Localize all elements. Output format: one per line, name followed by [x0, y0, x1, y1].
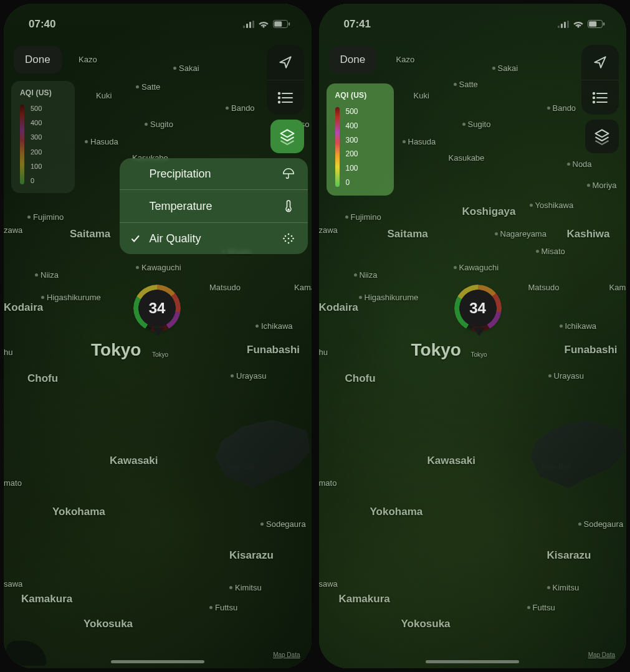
- city-kodaira: Kodaira: [4, 301, 43, 314]
- svg-point-24: [593, 97, 594, 98]
- list-icon: [277, 92, 294, 104]
- city-kawasaki: Kawasaki: [427, 455, 476, 467]
- city-bando: Bando: [553, 103, 576, 113]
- city-kamakura: Kamakura: [339, 593, 390, 605]
- city-funabashi: Funabashi: [247, 344, 300, 356]
- particles-icon: [280, 232, 297, 245]
- svg-point-9: [287, 209, 290, 211]
- legend-tick: 500: [31, 105, 42, 112]
- legend-tick: 500: [346, 107, 358, 116]
- umbrella-icon: [280, 167, 297, 181]
- menu-item-precipitation[interactable]: Precipitation: [120, 158, 308, 189]
- map-data-link[interactable]: Map Data: [273, 651, 300, 658]
- layers-button[interactable]: [270, 120, 304, 153]
- city-satte: Satte: [459, 80, 478, 89]
- wifi-icon: [258, 20, 269, 29]
- city-hasuda: Hasuda: [408, 137, 436, 146]
- city-fujimino: Fujimino: [351, 212, 381, 222]
- map-controls: [581, 45, 619, 115]
- city-kashiwa: Kashiwa: [567, 228, 610, 240]
- city-kisarazu: Kisarazu: [547, 549, 591, 562]
- svg-point-22: [593, 92, 594, 93]
- label-mato: mato: [319, 478, 337, 488]
- legend-tick: 400: [31, 119, 42, 126]
- status-icons: [243, 20, 290, 29]
- city-yokohama: Yokohama: [370, 506, 423, 518]
- layers-button[interactable]: [585, 120, 619, 153]
- city-sugito: Sugito: [150, 120, 173, 129]
- list-button[interactable]: [581, 80, 619, 115]
- city-niiza: Niiza: [41, 270, 59, 280]
- legend-title: AQI (US): [20, 88, 65, 97]
- locate-button[interactable]: [581, 45, 619, 80]
- city-misato: Misato: [542, 247, 565, 256]
- aqi-value: 34: [149, 300, 166, 317]
- list-button[interactable]: [267, 80, 304, 115]
- city-saitama: Saitama: [388, 228, 428, 240]
- svg-point-7: [278, 101, 279, 102]
- map-controls: [267, 45, 304, 115]
- city-sugito: Sugito: [468, 120, 491, 129]
- label-hu: hu: [319, 348, 328, 357]
- label-tokyo-small: Tokyo: [471, 351, 487, 358]
- battery-icon: [273, 20, 290, 29]
- home-indicator[interactable]: [111, 660, 204, 663]
- phone-screenshot-right: Tokyo Bay 07:41 Done AQI (US) 500 400: [319, 4, 627, 668]
- svg-point-13: [283, 238, 285, 240]
- city-kawaguchi: Kawaguchi: [459, 263, 499, 272]
- city-kodaira: Kodaira: [319, 301, 358, 314]
- status-time: 07:40: [29, 18, 55, 31]
- aqi-legend: AQI (US) 500 400 300 200 100 0: [327, 83, 394, 196]
- status-icons: [558, 20, 605, 29]
- city-chofu: Chofu: [27, 372, 58, 385]
- menu-item-air-quality[interactable]: Air Quality: [120, 222, 308, 254]
- aqi-pin[interactable]: 34: [457, 288, 501, 336]
- city-hasuda: Hasuda: [90, 137, 118, 146]
- legend-tick: 200: [31, 148, 42, 156]
- svg-point-18: [287, 242, 289, 244]
- city-tokyo: Tokyo: [91, 340, 141, 360]
- home-indicator[interactable]: [426, 660, 519, 663]
- aqi-value: 34: [469, 300, 486, 317]
- thermometer-icon: [280, 199, 297, 214]
- city-fujimino: Fujimino: [33, 212, 64, 222]
- status-bar: 07:41: [319, 15, 627, 34]
- legend-tick: 100: [346, 164, 358, 173]
- layers-icon: [593, 128, 611, 145]
- aqi-legend: AQI (US) 500 400 300 200 100 0: [11, 81, 75, 193]
- city-matsudo: Matsudo: [209, 283, 241, 292]
- layers-icon: [279, 128, 296, 145]
- city-kuki: Kuki: [414, 91, 429, 100]
- done-button[interactable]: Done: [14, 46, 62, 73]
- city-koshigaya: Koshigaya: [462, 206, 516, 218]
- city-urayasu: Urayasu: [236, 371, 266, 381]
- svg-point-14: [287, 238, 289, 240]
- label-zawa: zawa: [319, 225, 338, 235]
- svg-point-26: [593, 101, 594, 102]
- city-kawaguchi: Kawaguchi: [141, 263, 181, 272]
- cellular-icon: [558, 21, 569, 28]
- legend-ticks: 500 400 300 200 100 0: [346, 107, 358, 187]
- city-hkurume: Higashikurume: [365, 293, 419, 302]
- svg-point-15: [292, 238, 294, 240]
- city-ichikawa: Ichikawa: [565, 321, 597, 331]
- legend-gradient: [335, 107, 340, 187]
- city-futtsu: Futtsu: [215, 603, 237, 612]
- city-satte: Satte: [141, 82, 160, 92]
- city-sodegaura: Sodegaura: [584, 519, 624, 529]
- city-yokohama: Yokohama: [52, 506, 105, 518]
- done-button[interactable]: Done: [329, 46, 377, 73]
- menu-item-temperature[interactable]: Temperature: [120, 189, 308, 222]
- city-niiza: Niiza: [360, 270, 378, 280]
- aqi-pin[interactable]: 34: [136, 288, 180, 336]
- city-saitama: Saitama: [70, 228, 110, 240]
- map-data-link[interactable]: Map Data: [588, 651, 615, 658]
- city-kashukabe: Kasukabe: [449, 153, 485, 163]
- menu-item-label: Precipitation: [150, 168, 272, 181]
- city-kimitsu: Kimitsu: [235, 583, 262, 592]
- check-icon: [130, 234, 141, 244]
- city-kazo: Kazo: [79, 55, 97, 64]
- svg-point-3: [278, 92, 279, 93]
- city-sodegaura: Sodegaura: [266, 519, 306, 529]
- locate-button[interactable]: [267, 45, 304, 80]
